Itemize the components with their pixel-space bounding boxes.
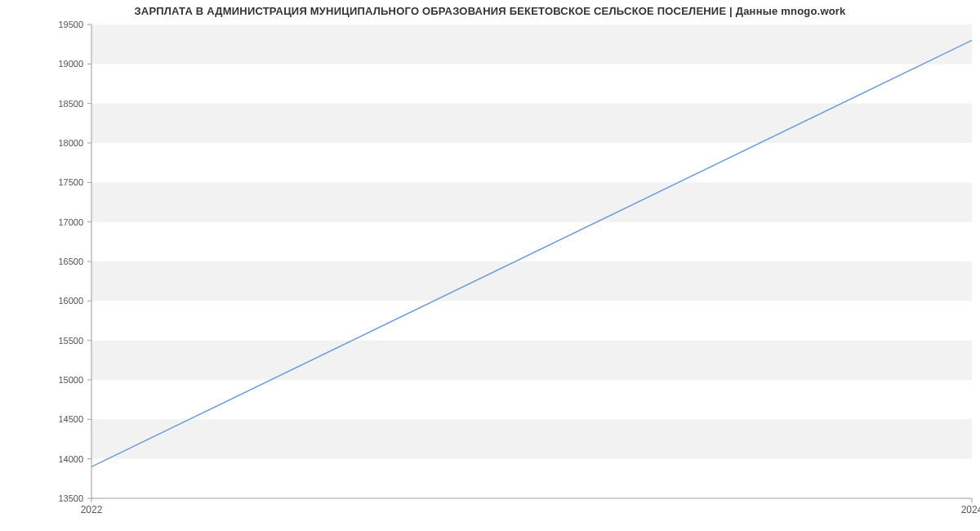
y-tick-label: 14500: [58, 414, 83, 424]
chart-title: ЗАРПЛАТА В АДМИНИСТРАЦИЯ МУНИЦИПАЛЬНОГО …: [0, 5, 980, 17]
y-tick-label: 19000: [58, 59, 83, 69]
grid-band: [91, 261, 972, 301]
y-tick-label: 18000: [58, 138, 83, 148]
grid-band: [91, 419, 972, 458]
svg-text:2022: 2022: [81, 504, 103, 515]
y-tick-label: 14000: [58, 454, 83, 464]
svg-text:13500: 13500: [58, 493, 83, 503]
y-tick-label: 17500: [58, 177, 83, 187]
svg-text:16000: 16000: [58, 296, 83, 306]
svg-text:2024: 2024: [961, 504, 980, 515]
y-tick-label: 17000: [58, 217, 83, 227]
grid-band: [91, 341, 972, 380]
svg-text:15500: 15500: [58, 336, 83, 346]
svg-text:17000: 17000: [58, 217, 83, 227]
svg-text:19000: 19000: [58, 59, 83, 69]
y-tick-label: 18500: [58, 99, 83, 109]
grid-band: [91, 25, 972, 64]
svg-text:15000: 15000: [58, 375, 83, 385]
svg-text:18500: 18500: [58, 99, 83, 109]
grid-band: [91, 182, 972, 221]
svg-text:14000: 14000: [58, 454, 83, 464]
line-chart: 1350014000145001500015500160001650017000…: [0, 0, 980, 531]
grid-band: [91, 104, 972, 143]
svg-text:19500: 19500: [58, 20, 83, 29]
x-tick-label: 2022: [81, 504, 103, 515]
svg-text:17500: 17500: [58, 177, 83, 187]
x-tick-label: 2024: [961, 504, 980, 515]
svg-text:14500: 14500: [58, 414, 83, 424]
chart-container: ЗАРПЛАТА В АДМИНИСТРАЦИЯ МУНИЦИПАЛЬНОГО …: [0, 0, 980, 531]
svg-text:18000: 18000: [58, 138, 83, 148]
y-tick-label: 16000: [58, 296, 83, 306]
y-tick-label: 13500: [58, 493, 83, 503]
y-tick-label: 15500: [58, 336, 83, 346]
y-tick-label: 16500: [58, 257, 83, 266]
svg-text:16500: 16500: [58, 257, 83, 266]
y-tick-label: 15000: [58, 375, 83, 385]
y-tick-label: 19500: [58, 20, 83, 29]
